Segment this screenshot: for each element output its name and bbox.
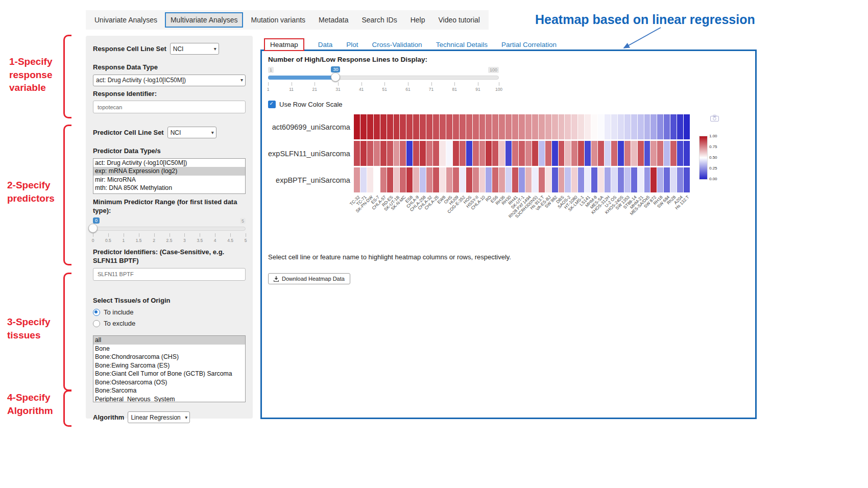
heatmap-cell[interactable] [677,167,683,192]
heatmap-cell[interactable] [605,114,611,139]
predictor-cell-line-set-select[interactable]: NCI [167,127,216,138]
heatmap-cell[interactable] [598,167,604,192]
heatmap-cell[interactable] [525,167,532,192]
heatmap-cell[interactable] [532,114,538,139]
heatmap-cell[interactable] [618,167,624,192]
heatmap-cell[interactable] [618,114,624,139]
heatmap-cell[interactable] [400,167,406,192]
heatmap-cell[interactable] [598,114,604,139]
list-item[interactable]: mth: DNA 850K Methylation [93,184,245,192]
heatmap-cell[interactable] [559,141,565,166]
list-item[interactable]: Bone:Sarcoma [93,386,245,395]
list-item[interactable]: act: Drug Activity (-log10[IC50M]) [93,159,245,167]
heatmap-cell[interactable] [559,167,565,192]
heatmap-cell[interactable] [440,167,446,192]
heatmap-cell[interactable] [552,167,558,192]
heatmap-cell[interactable] [578,114,584,139]
heatmap-cell[interactable] [644,141,650,166]
heatmap-cell[interactable] [578,141,584,166]
heatmap-cell[interactable] [644,114,650,139]
heatmap-cell[interactable] [433,141,439,166]
heatmap-cell[interactable] [420,114,426,139]
nav-tab-search-ids[interactable]: Search IDs [356,12,402,28]
algorithm-select[interactable]: Linear Regression [128,411,190,423]
tissue-exclude-radio[interactable]: To exclude [93,320,246,327]
slider-track[interactable] [93,227,246,231]
heatmap-cell[interactable] [354,167,360,192]
heatmap-cell[interactable] [519,114,525,139]
heatmap-cell[interactable] [453,141,459,166]
heatmap-cell[interactable] [624,141,631,166]
heatmap-cell[interactable] [644,167,650,192]
radio-icon[interactable] [93,320,100,327]
heatmap-cell[interactable] [420,167,426,192]
list-item[interactable]: Bone:Giant Cell Tumor of Bone (GCTB) Sar… [93,370,245,378]
predictor-identifiers-input[interactable] [93,268,246,281]
heatmap-cell[interactable] [684,167,690,192]
heatmap-cell[interactable] [684,114,690,139]
min-predictor-range-slider[interactable]: 0 5 00.511.522.533.544.55 [93,218,246,246]
heatmap-cell[interactable] [453,114,459,139]
heatmap-cell[interactable] [446,141,452,166]
heatmap-cell[interactable] [670,167,677,192]
heatmap-cell[interactable] [605,167,611,192]
heatmap-cell[interactable] [433,114,439,139]
heatmap-cell[interactable] [611,167,617,192]
tab-plot[interactable]: Plot [346,41,358,48]
heatmap-cell[interactable] [571,141,577,166]
heatmap-cell[interactable] [367,141,373,166]
tab-cross-validation[interactable]: Cross-Validation [372,41,422,48]
heatmap-cell[interactable] [624,167,631,192]
heatmap-cell[interactable] [374,167,380,192]
heatmap-cell[interactable] [446,114,452,139]
heatmap-cell[interactable] [519,167,525,192]
heatmap-cell[interactable] [585,114,591,139]
heatmap-cell[interactable] [374,114,380,139]
heatmap-cell[interactable] [479,114,486,139]
heatmap-cell[interactable] [505,167,512,192]
heatmap-cell[interactable] [571,167,577,192]
heatmap-cell[interactable] [367,167,373,192]
heatmap-cell[interactable] [657,167,663,192]
heatmap-cell[interactable] [684,141,690,166]
heatmap-cell[interactable] [650,114,657,139]
heatmap-cell[interactable] [525,141,532,166]
heatmap-cell[interactable] [460,114,466,139]
heatmap-cell[interactable] [532,141,538,166]
heatmap-cell[interactable] [360,167,367,192]
heatmap-cell[interactable] [374,141,380,166]
heatmap-cell[interactable] [565,114,571,139]
heatmap-cell[interactable] [413,167,419,192]
heatmap-cell[interactable] [638,141,644,166]
heatmap-cell[interactable] [394,167,400,192]
tab-partial-correlation[interactable]: Partial Correlation [501,41,557,48]
heatmap-cell[interactable] [492,114,498,139]
tissue-include-radio[interactable]: To include [93,308,246,316]
response-identifier-input[interactable] [93,101,246,113]
heatmap-cell[interactable] [657,114,663,139]
response-data-type-select[interactable]: act: Drug Activity (-log10[IC50M]) [93,75,246,86]
heatmap-cell[interactable] [585,167,591,192]
heatmap-cell[interactable] [631,114,637,139]
heatmap-cell[interactable] [638,167,644,192]
heatmap-cell[interactable] [387,167,393,192]
heatmap-cell[interactable] [545,141,551,166]
heatmap-cell[interactable] [505,114,512,139]
heatmap-cell[interactable] [486,141,492,166]
heatmap-cell[interactable] [466,114,472,139]
heatmap-cell[interactable] [460,141,466,166]
heatmap-row-label[interactable]: expBPTF_uniSarcoma [276,176,350,184]
tissue-list[interactable]: allBoneBone:Chondrosarcoma (CHS)Bone:Ewi… [93,335,246,402]
heatmap-cell[interactable] [387,141,393,166]
nav-tab-mutation-variants[interactable]: Mutation variants [245,12,311,28]
heatmap-cell[interactable] [539,141,545,166]
heatmap-cell[interactable] [380,141,387,166]
heatmap-cell[interactable] [367,114,373,139]
heatmap-cell[interactable] [473,114,479,139]
heatmap-cell[interactable] [598,141,604,166]
heatmap-cell[interactable] [539,114,545,139]
heatmap-cell[interactable] [591,141,597,166]
nav-tab-metadata[interactable]: Metadata [313,12,354,28]
heatmap-cell[interactable] [638,114,644,139]
tab-heatmap[interactable]: Heatmap [264,38,304,51]
